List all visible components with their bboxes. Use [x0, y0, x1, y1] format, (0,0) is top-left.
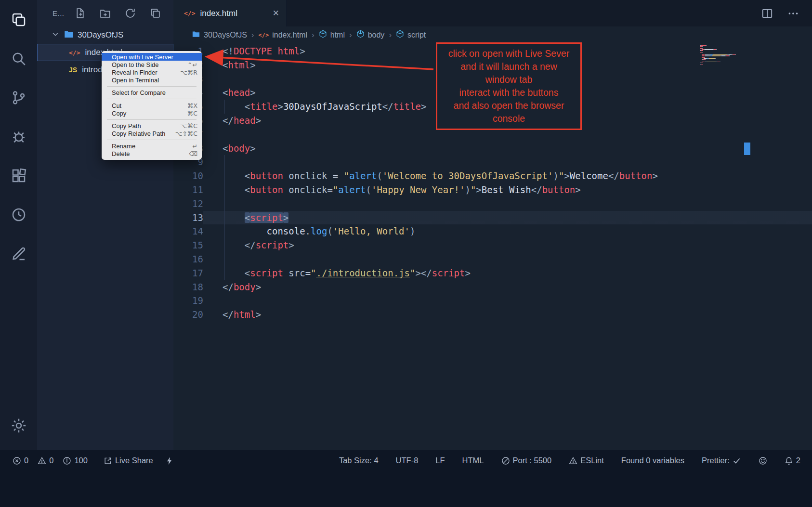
menu-item-open-in-terminal[interactable]: Open in Terminal: [102, 77, 202, 84]
warning-icon: [38, 456, 46, 465]
menu-item-copy-path[interactable]: Copy Path⌥⌘C: [102, 122, 202, 130]
menu-item-label: Rename: [112, 143, 135, 150]
info-status[interactable]: 100: [63, 456, 88, 465]
menu-item-shortcut: ⌃↵: [187, 61, 197, 68]
code-line-10[interactable]: 10 <button onclick = "alert('Welcome to …: [173, 169, 812, 183]
chevron-right-icon: ›: [251, 30, 254, 40]
source-control-icon[interactable]: [10, 89, 28, 107]
search-icon[interactable]: [10, 50, 28, 68]
new-file-icon[interactable]: [74, 7, 86, 19]
bolt-status[interactable]: [165, 456, 174, 465]
menu-item-reveal-in-finder[interactable]: Reveal in Finder⌥⌘R: [102, 68, 202, 76]
code-line-13[interactable]: 13 <script>: [173, 211, 812, 225]
code-line-15[interactable]: 15 </script>: [173, 238, 812, 252]
port-status[interactable]: Port : 5500: [501, 456, 552, 465]
breadcrumb-html[interactable]: html: [319, 30, 345, 40]
more-actions-icon[interactable]: [787, 7, 799, 20]
chevron-right-icon: ›: [349, 30, 352, 40]
line-number: 15: [173, 238, 203, 252]
activity-bar: [0, 0, 37, 450]
code-line-18[interactable]: 18</body>: [173, 280, 812, 294]
symbol-cube-icon: [356, 30, 365, 40]
encoding-label: UTF-8: [396, 456, 419, 465]
language-status[interactable]: HTML: [462, 456, 484, 465]
menu-item-open-with-live-server[interactable]: Open with Live Server: [102, 53, 202, 61]
annotation-line: and also open the browser: [438, 99, 579, 112]
menu-item-cut[interactable]: Cut⌘X: [102, 102, 202, 109]
menu-separator: [107, 119, 196, 120]
history-icon[interactable]: [10, 206, 28, 224]
tab-size-label: Tab Size: 4: [339, 456, 379, 465]
collapse-folders-icon[interactable]: [149, 7, 161, 19]
menu-item-copy[interactable]: Copy⌘C: [102, 109, 202, 117]
errors-count: 0: [24, 456, 28, 465]
line-number: 10: [173, 169, 203, 183]
breadcrumb-label: body: [368, 31, 385, 39]
line-number: 20: [173, 308, 203, 322]
warnings-status[interactable]: 0: [38, 456, 53, 465]
prettier-status[interactable]: Prettier:: [702, 456, 741, 465]
code-line-14[interactable]: 14 console.log('Hello, World'): [173, 224, 812, 238]
tree-item-root-folder[interactable]: 30DaysOfJS: [37, 26, 173, 44]
eol-status[interactable]: LF: [435, 456, 445, 465]
breadcrumb-file[interactable]: </> index.html: [258, 31, 307, 39]
refresh-icon[interactable]: [124, 7, 136, 19]
code-line-8[interactable]: 8<body>: [173, 142, 812, 156]
code-line-11[interactable]: 11 <button onclick="alert('Happy New Yea…: [173, 183, 812, 197]
menu-item-label: Reveal in Finder: [112, 69, 157, 76]
menu-item-label: Open to the Side: [112, 61, 159, 68]
code-line-16[interactable]: 16: [173, 252, 812, 266]
encoding-status[interactable]: UTF-8: [396, 456, 419, 465]
feedback-smiley[interactable]: [759, 456, 767, 465]
indent-guide: [224, 155, 225, 280]
split-editor-icon[interactable]: [761, 7, 773, 20]
error-icon: [13, 456, 21, 465]
menu-item-copy-relative-path[interactable]: Copy Relative Path⌥⇧⌘C: [102, 130, 202, 138]
notifications-status[interactable]: 2: [785, 456, 800, 465]
breadcrumb-body[interactable]: body: [356, 30, 385, 40]
variables-label: Found 0 variables: [621, 456, 684, 465]
line-number: 17: [173, 266, 203, 280]
extensions-icon[interactable]: [10, 167, 28, 185]
code-line-17[interactable]: 17 <script src="./introduction.js"></scr…: [173, 266, 812, 280]
annotation-line: interact with the buttons: [438, 86, 579, 99]
menu-item-delete[interactable]: Delete⌫: [102, 150, 202, 158]
html-file-icon: </>: [184, 10, 195, 17]
menu-item-shortcut: ⌥⇧⌘C: [175, 130, 197, 137]
lightning-icon: [165, 456, 174, 465]
menu-item-rename[interactable]: Rename↵: [102, 143, 202, 150]
tab-size-status[interactable]: Tab Size: 4: [339, 456, 379, 465]
breadcrumb-label: script: [407, 31, 426, 39]
code-line-12[interactable]: 12: [173, 197, 812, 211]
folder-icon: [192, 30, 200, 40]
warnings-count: 0: [49, 456, 53, 465]
explorer-icon[interactable]: [10, 11, 28, 29]
tab-index-html[interactable]: </> index.html ✕: [173, 0, 287, 26]
line-number: 16: [173, 252, 203, 266]
code-line-20[interactable]: 20</html>: [173, 308, 812, 322]
menu-item-shortcut: ⌘X: [187, 102, 197, 109]
language-label: HTML: [462, 456, 484, 465]
live-share-status[interactable]: Live Share: [104, 456, 153, 465]
menu-item-shortcut: ⌘C: [187, 110, 197, 117]
variables-status[interactable]: Found 0 variables: [621, 456, 684, 465]
run-debug-icon[interactable]: [10, 128, 28, 146]
vscode-window: E... 30DaysOfJS </> index.html JS intr: [0, 0, 812, 507]
eslint-status[interactable]: ESLint: [569, 456, 604, 465]
menu-item-open-to-the-side[interactable]: Open to the Side⌃↵: [102, 61, 202, 68]
breadcrumb-folder[interactable]: 30DaysOfJS: [192, 30, 247, 40]
line-number: 11: [173, 183, 203, 197]
close-tab-icon[interactable]: ✕: [273, 8, 279, 18]
new-folder-icon[interactable]: [99, 7, 111, 19]
errors-status[interactable]: 0: [13, 456, 28, 465]
menu-item-label: Copy Relative Path: [112, 130, 165, 137]
code-line-19[interactable]: 19: [173, 294, 812, 308]
code-line-9[interactable]: 9: [173, 155, 812, 169]
breadcrumb-script[interactable]: script: [396, 30, 426, 40]
breadcrumb-label: 30DaysOfJS: [204, 31, 247, 39]
minimap[interactable]: [700, 45, 744, 65]
feedback-edit-icon[interactable]: [10, 245, 28, 263]
html-file-icon: </>: [258, 32, 269, 39]
settings-gear-icon[interactable]: [10, 416, 28, 435]
menu-item-select-for-compare[interactable]: Select for Compare: [102, 89, 202, 97]
